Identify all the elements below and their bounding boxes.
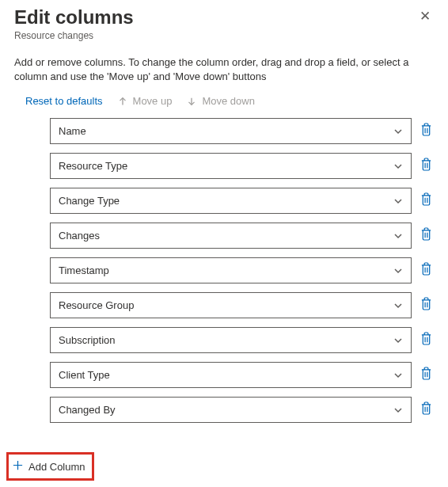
column-row: Timestamp	[50, 257, 434, 283]
column-select[interactable]: Changes	[50, 223, 412, 249]
move-down-label: Move down	[202, 95, 254, 107]
column-select[interactable]: Subscription	[50, 327, 412, 353]
chevron-down-icon	[393, 301, 403, 310]
delete-column-button[interactable]	[418, 367, 434, 383]
move-up-label: Move up	[133, 95, 173, 107]
close-button[interactable]: ✕	[416, 6, 434, 26]
trash-icon	[420, 401, 432, 418]
trash-icon	[420, 158, 432, 174]
columns-list: Name Resource Type	[14, 118, 434, 423]
chevron-down-icon	[393, 266, 403, 276]
chevron-down-icon	[393, 405, 403, 415]
chevron-down-icon	[393, 127, 403, 136]
close-icon: ✕	[420, 9, 431, 24]
delete-column-button[interactable]	[418, 263, 434, 279]
trash-icon	[420, 227, 432, 244]
column-select-label: Client Type	[59, 369, 110, 381]
move-down-button[interactable]: Move down	[186, 95, 254, 107]
column-select[interactable]: Change Type	[50, 188, 412, 214]
column-row: Name	[50, 118, 434, 144]
delete-column-button[interactable]	[418, 124, 434, 139]
column-select-label: Subscription	[59, 334, 116, 346]
column-select[interactable]: Resource Group	[50, 292, 412, 318]
delete-column-button[interactable]	[418, 402, 434, 418]
column-select-label: Resource Type	[59, 160, 127, 172]
column-row: Change Type	[50, 188, 434, 214]
column-select[interactable]: Timestamp	[50, 257, 412, 283]
column-row: Changes	[50, 223, 434, 249]
arrow-down-icon	[186, 96, 197, 107]
delete-column-button[interactable]	[418, 298, 434, 314]
trash-icon	[420, 332, 432, 348]
trash-icon	[420, 123, 432, 139]
trash-icon	[420, 367, 432, 383]
column-select-label: Name	[59, 125, 86, 137]
delete-column-button[interactable]	[418, 158, 434, 174]
arrow-up-icon	[117, 96, 128, 107]
trash-icon	[420, 262, 432, 279]
column-row: Changed By	[50, 397, 434, 423]
column-select[interactable]: Changed By	[50, 397, 412, 423]
chevron-down-icon	[393, 196, 403, 206]
chevron-down-icon	[393, 371, 403, 380]
delete-column-button[interactable]	[418, 228, 434, 244]
column-select-label: Resource Group	[59, 299, 134, 311]
column-select-label: Change Type	[59, 195, 120, 207]
column-row: Client Type	[50, 362, 434, 388]
delete-column-button[interactable]	[418, 193, 434, 209]
column-select[interactable]: Client Type	[50, 362, 412, 388]
column-select-label: Changed By	[59, 404, 116, 416]
column-select-label: Timestamp	[59, 264, 109, 276]
trash-icon	[420, 297, 432, 314]
toolbar: Reset to defaults Move up Move down	[25, 95, 434, 107]
delete-column-button[interactable]	[418, 333, 434, 348]
column-select[interactable]: Resource Type	[50, 153, 412, 179]
description-text: Add or remove columns. To change the col…	[14, 55, 434, 84]
column-select[interactable]: Name	[50, 118, 412, 144]
column-row: Resource Group	[50, 292, 434, 318]
chevron-down-icon	[393, 336, 403, 345]
add-column-label: Add Column	[28, 461, 85, 473]
column-select-label: Changes	[59, 230, 100, 242]
trash-icon	[420, 192, 432, 209]
page-subtitle: Resource changes	[14, 30, 134, 41]
page-title: Edit columns	[14, 6, 134, 29]
move-up-button[interactable]: Move up	[117, 95, 173, 107]
column-row: Subscription	[50, 327, 434, 353]
reset-defaults-button[interactable]: Reset to defaults	[25, 95, 103, 107]
add-column-button[interactable]: Add Column	[6, 452, 94, 481]
chevron-down-icon	[393, 162, 403, 171]
chevron-down-icon	[393, 231, 403, 241]
reset-defaults-label: Reset to defaults	[25, 95, 103, 107]
plus-icon	[12, 459, 24, 474]
column-row: Resource Type	[50, 153, 434, 179]
